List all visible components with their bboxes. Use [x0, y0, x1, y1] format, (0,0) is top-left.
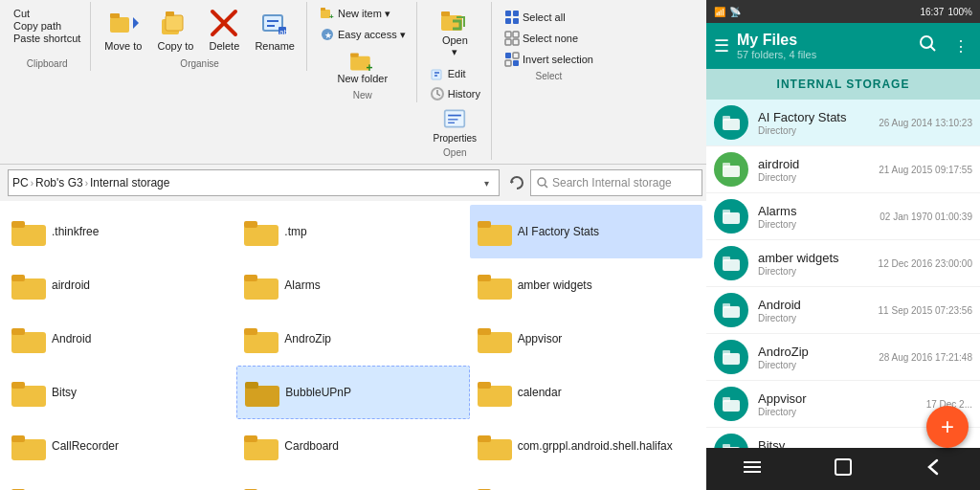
rename-icon: ab	[259, 8, 290, 38]
file-name: .thinkfree	[52, 225, 99, 238]
file-item[interactable]: Cardboard	[236, 419, 469, 473]
android-file-name: Android	[758, 298, 879, 312]
file-item[interactable]: .thinkfree	[4, 205, 236, 258]
folder-svg	[722, 394, 741, 413]
file-name: AndroZip	[284, 332, 331, 345]
cut-label[interactable]: Cut	[13, 8, 80, 19]
svg-rect-65	[11, 382, 25, 389]
file-name: calendar	[518, 386, 562, 399]
file-item[interactable]: Alarms	[236, 258, 469, 312]
folder-svg	[722, 441, 741, 448]
android-more-button[interactable]: ⋮	[949, 33, 972, 59]
open-group-label: Open	[443, 147, 466, 158]
android-list-item[interactable]: Alarms Directory 02 Jan 1970 01:00:39	[706, 193, 980, 240]
folder-icon	[11, 378, 46, 407]
android-folder-icon	[714, 340, 748, 374]
android-file-info: airdroid Directory	[758, 157, 879, 183]
open-button[interactable]: Open ▾	[425, 4, 485, 62]
svg-rect-56	[478, 278, 512, 300]
android-file-type: Directory	[758, 360, 879, 370]
easy-access-button[interactable]: ★ Easy access ▾	[315, 25, 411, 44]
copy-path-label[interactable]: Copy path	[13, 20, 80, 32]
file-item[interactable]: Appvisor	[470, 312, 702, 366]
android-list-item[interactable]: Android Directory 11 Sep 2015 07:23:56	[706, 287, 980, 334]
file-item[interactable]: amber widgets	[470, 258, 702, 312]
android-toolbar: ☰ My Files 57 folders, 4 files ⋮	[706, 23, 980, 69]
hamburger-icon[interactable]: ☰	[714, 35, 729, 56]
move-to-button[interactable]: Move to	[99, 4, 147, 56]
breadcrumb-pc[interactable]: PC	[12, 176, 29, 189]
folder-icon	[478, 485, 512, 490]
edit-button[interactable]: Edit	[425, 64, 485, 83]
copy-to-button[interactable]: Copy to	[151, 4, 199, 56]
folder-icon	[245, 378, 279, 407]
file-item[interactable]: data	[236, 473, 469, 490]
svg-rect-0	[110, 17, 129, 33]
file-item[interactable]: ctemp	[4, 473, 236, 490]
new-folder-icon: +	[349, 50, 376, 73]
folder-icon	[478, 432, 512, 460]
folder-svg	[722, 160, 741, 179]
breadcrumb-robs-g3[interactable]: Rob's G3	[35, 176, 83, 189]
paste-shortcut-label[interactable]: Paste shortcut	[13, 33, 80, 44]
organise-group: Move to Copy to	[93, 2, 307, 71]
android-menu-button[interactable]	[732, 453, 772, 486]
svg-rect-108	[744, 471, 761, 473]
svg-rect-64	[11, 386, 46, 407]
file-name: BubbleUPnP	[285, 386, 351, 399]
address-bar[interactable]: PC › Rob's G3 › Internal storage ▾	[8, 169, 500, 196]
search-box[interactable]: Search Internal storage	[530, 169, 702, 196]
rename-button[interactable]: ab Rename	[249, 4, 301, 56]
android-back-button[interactable]	[914, 453, 954, 486]
ribbon: Cut Copy path Paste shortcut Clipboard	[0, 0, 706, 165]
new-folder-button[interactable]: + New folder	[332, 46, 394, 88]
address-dropdown-button[interactable]: ▾	[478, 174, 495, 191]
file-item[interactable]: BubbleUPnP	[236, 366, 469, 419]
select-group: Select all Select none	[494, 2, 604, 83]
file-item[interactable]: DCIM	[470, 473, 702, 490]
android-list-item[interactable]: AndroZip Directory 28 Aug 2016 17:21:48	[706, 334, 980, 381]
invert-selection-button[interactable]: Invert selection	[500, 50, 598, 69]
refresh-button[interactable]	[507, 173, 526, 192]
android-home-button[interactable]	[823, 453, 863, 486]
svg-rect-19	[350, 53, 359, 56]
invert-selection-icon	[504, 52, 520, 67]
file-item[interactable]: Bitsy	[4, 366, 236, 419]
select-none-button[interactable]: Select none	[500, 29, 598, 48]
file-item[interactable]: airdroid	[4, 258, 236, 312]
file-name: Android	[52, 332, 91, 345]
select-all-button[interactable]: Select all	[500, 8, 598, 27]
android-folder-icon	[714, 246, 748, 280]
android-file-date: 12 Dec 2016 23:00:00	[879, 258, 972, 269]
file-item[interactable]: .tmp	[236, 205, 469, 258]
android-home-icon	[833, 457, 854, 478]
android-file-name: AI Factory Stats	[758, 110, 879, 124]
svg-rect-50	[478, 225, 512, 246]
svg-rect-69	[478, 382, 491, 389]
easy-access-icon: ★	[320, 27, 335, 42]
android-search-button[interactable]	[915, 31, 942, 61]
new-item-button[interactable]: + New item ▾	[315, 4, 395, 23]
properties-button[interactable]: Properties	[425, 105, 485, 145]
file-item[interactable]: com.grppl.android.shell.halifax	[470, 419, 702, 473]
file-item[interactable]: AI Factory Stats	[470, 205, 702, 258]
android-list-item[interactable]: AI Factory Stats Directory 26 Aug 2014 1…	[706, 100, 980, 146]
folder-icon	[11, 485, 46, 490]
history-button[interactable]: History	[425, 84, 485, 103]
select-none-icon	[504, 31, 520, 46]
fab-add-button[interactable]: +	[926, 406, 969, 448]
delete-button[interactable]: Delete	[203, 4, 245, 56]
file-item[interactable]: calendar	[470, 366, 702, 419]
breadcrumb-internal-storage[interactable]: Internal storage	[90, 176, 169, 189]
android-back-icon	[924, 457, 945, 478]
open-icon	[439, 8, 470, 34]
android-folder-icon	[714, 434, 748, 448]
android-panel: 📶 📡 16:37 100% ☰ My Files 57 folders, 4 …	[706, 0, 980, 490]
svg-rect-62	[478, 332, 512, 353]
file-item[interactable]: AndroZip	[236, 312, 469, 366]
android-list-item[interactable]: amber widgets Directory 12 Dec 2016 23:0…	[706, 240, 980, 287]
file-item[interactable]: Android	[4, 312, 236, 366]
svg-rect-99	[723, 303, 730, 308]
android-list-item[interactable]: airdroid Directory 21 Aug 2015 09:17:55	[706, 146, 980, 193]
file-item[interactable]: CallRecorder	[4, 419, 236, 473]
